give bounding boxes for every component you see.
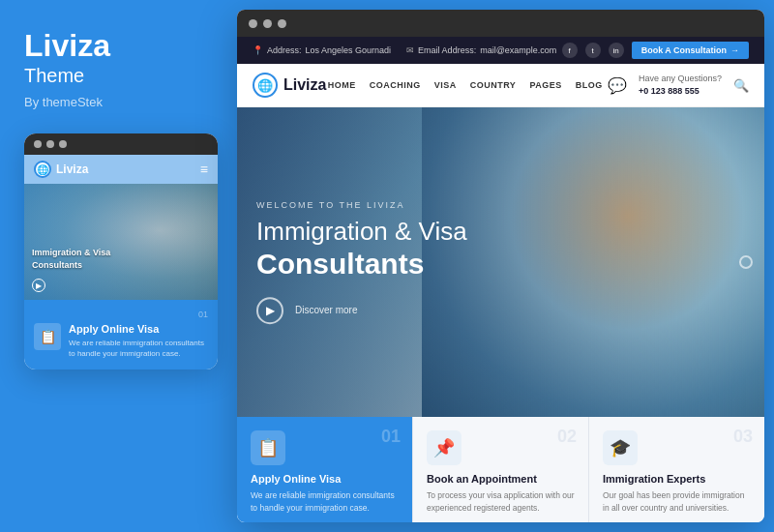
card-1-icon: 📋	[251, 430, 285, 465]
hero-couple-image	[422, 107, 764, 417]
brand-subtitle: Theme	[24, 65, 84, 87]
mobile-hero-text: Immigration & Visa Consultants	[32, 247, 110, 271]
nav-contact-text: Have any Questions? +0 123 888 555	[639, 73, 722, 97]
email-icon: ✉	[406, 45, 414, 55]
mobile-hero-image	[24, 184, 218, 300]
linkedin-icon[interactable]: in	[609, 43, 624, 58]
nav-contact: 💬 Have any Questions? +0 123 888 555	[604, 72, 722, 99]
hero-title-line2: Consultants	[256, 248, 467, 280]
nav-blog[interactable]: BLOG	[576, 80, 603, 90]
nav-links: HOME COACHING VISA COUNTRY PAGES BLOG	[328, 80, 603, 90]
mobile-hero: Immigration & Visa Consultants ▶	[24, 184, 218, 300]
dot-2	[46, 140, 54, 148]
search-icon[interactable]: 🔍	[733, 78, 749, 93]
hero-cta: ▶ Discover more	[256, 297, 467, 324]
card-2-icon: 📌	[427, 430, 461, 465]
site-info-right: f t in Book A Consultation →	[562, 42, 749, 59]
mobile-globe-icon: 🌐	[34, 161, 51, 178]
hero-title-line1: Immigration & Visa	[256, 218, 467, 246]
twitter-icon[interactable]: t	[585, 43, 601, 58]
brand-by: By themeStek	[24, 95, 103, 109]
browser-dot-1	[249, 19, 257, 28]
nav-pages[interactable]: PAGES	[529, 80, 561, 90]
consultation-button[interactable]: Book A Consultation →	[632, 42, 749, 59]
nav-country[interactable]: COUNTRY	[470, 80, 517, 90]
nav-home[interactable]: HOME	[328, 80, 356, 90]
site-info-bar: 📍 Address: Los Angeles Gournadi ✉ Email …	[237, 37, 764, 64]
mobile-card-icon: 📋	[34, 323, 61, 350]
brand-name: Liviza	[24, 29, 110, 63]
mobile-mockup: 🌐 Liviza ≡ Immigration & Visa Consultant…	[24, 133, 218, 369]
card-3: 03 🎓 Immigration Experts Our goal has be…	[589, 417, 764, 522]
discover-text: Discover more	[295, 305, 357, 315]
location-icon: 📍	[253, 45, 263, 55]
dot-1	[34, 140, 42, 148]
site-nav: 🌐 Liviza HOME COACHING VISA COUNTRY PAGE…	[237, 64, 764, 107]
address-info: 📍 Address: Los Angeles Gournadi	[253, 45, 391, 55]
hero-indicator	[739, 255, 753, 269]
cards-section: 01 📋 Apply Online Visa We are reliable i…	[237, 417, 764, 522]
discover-button[interactable]: ▶	[256, 297, 283, 324]
hamburger-icon[interactable]: ≡	[200, 162, 208, 177]
card-2: 02 📌 Book an Appointment To process your…	[413, 417, 589, 522]
nav-coaching[interactable]: COACHING	[370, 80, 421, 90]
email-info: ✉ Email Address: mail@example.com	[406, 45, 556, 55]
mobile-card: 01 📋 Apply Online Visa We are reliable i…	[24, 300, 218, 369]
browser-mockup: 📍 Address: Los Angeles Gournadi ✉ Email …	[237, 10, 764, 522]
card-3-icon: 🎓	[603, 430, 638, 465]
site-logo: 🌐 Liviza	[253, 73, 326, 98]
facebook-icon[interactable]: f	[562, 43, 578, 58]
site-info-left: 📍 Address: Los Angeles Gournadi ✉ Email …	[253, 45, 556, 55]
hero-content: WELCOME TO THE LIVIZA Immigration & Visa…	[256, 200, 467, 324]
nav-right: 💬 Have any Questions? +0 123 888 555 🔍	[604, 72, 749, 99]
mobile-card-content: 📋 Apply Online Visa We are reliable immi…	[34, 323, 208, 359]
mobile-card-text: Apply Online Visa We are reliable immigr…	[69, 323, 208, 359]
browser-dot-2	[263, 19, 272, 28]
mobile-top-bar	[24, 133, 218, 155]
browser-dot-3	[278, 19, 286, 28]
hero-section: WELCOME TO THE LIVIZA Immigration & Visa…	[237, 107, 764, 417]
mobile-nav: 🌐 Liviza ≡	[24, 155, 218, 184]
left-panel: Liviza Theme By themeStek 🌐 Liviza ≡ Imm…	[0, 0, 240, 532]
dot-3	[59, 140, 67, 148]
browser-top-bar	[237, 10, 764, 37]
arrow-icon: →	[730, 45, 739, 55]
globe-icon: 🌐	[253, 73, 278, 98]
nav-visa[interactable]: VISA	[434, 80, 457, 90]
chat-icon: 💬	[604, 72, 631, 99]
card-1: 01 📋 Apply Online Visa We are reliable i…	[237, 417, 413, 522]
mobile-logo: 🌐 Liviza	[34, 161, 88, 178]
